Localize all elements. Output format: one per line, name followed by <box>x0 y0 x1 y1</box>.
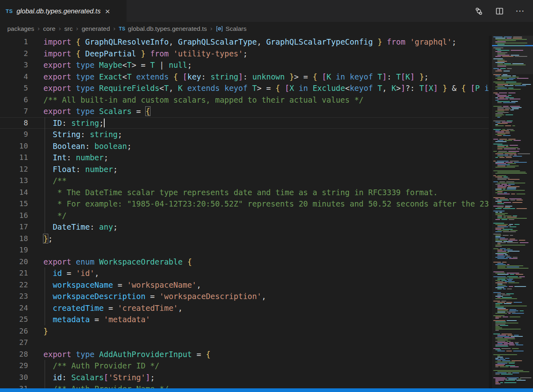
line-number[interactable]: 4 <box>0 71 28 83</box>
code-line[interactable]: 17 DateTime: any; <box>0 221 489 233</box>
code-line[interactable]: 22 workspaceName = 'workspaceName', <box>0 279 489 291</box>
code-line[interactable]: 28export type AddAuthProviderInput = { <box>0 349 489 360</box>
line-text: export type AddAuthProviderInput = { <box>43 349 211 360</box>
code-line[interactable]: 18}; <box>0 233 489 245</box>
line-number[interactable]: 16 <box>0 210 28 222</box>
line-number[interactable]: 19 <box>0 244 28 256</box>
line-number[interactable]: 10 <box>0 140 28 152</box>
open-changes-icon[interactable] <box>474 6 484 16</box>
line-number[interactable]: 7 <box>0 106 28 117</box>
code-line[interactable]: 26} <box>0 325 489 337</box>
line-text: metadata = 'metadata' <box>43 314 150 325</box>
line-text: export type RequireFields<T, K extends k… <box>43 82 489 94</box>
code-line[interactable]: 13 /** <box>0 175 489 187</box>
line-number[interactable]: 26 <box>0 325 28 337</box>
split-editor-icon[interactable] <box>494 6 504 16</box>
breadcrumb-item-core[interactable]: core <box>43 25 55 32</box>
code-line[interactable]: 15 * For example: "1985-04-12T23:20:50.5… <box>0 198 489 210</box>
line-number[interactable]: 29 <box>0 360 28 372</box>
code-line[interactable]: 27 <box>0 337 489 349</box>
code-line[interactable]: 6/** All built-in and custom scalars, ma… <box>0 94 489 106</box>
line-number[interactable]: 8 <box>0 117 28 129</box>
line-number[interactable]: 30 <box>0 372 28 383</box>
line-text: * The DateTime scalar type represents da… <box>43 187 438 198</box>
more-actions-icon[interactable]: ⋯ <box>515 6 525 16</box>
line-number[interactable]: 27 <box>0 337 28 349</box>
line-text: */ <box>43 210 67 222</box>
line-text: export type Maybe<T> = T | null; <box>43 59 192 71</box>
editor-tab[interactable]: TS global.db.types.generated.ts × <box>0 0 127 22</box>
line-number[interactable]: 18 <box>0 233 28 245</box>
line-number[interactable]: 23 <box>0 291 28 302</box>
code-line[interactable]: 25 metadata = 'metadata' <box>0 314 489 325</box>
code-line[interactable]: 29 /** Auth Provider ID */ <box>0 360 489 372</box>
close-tab-icon[interactable]: × <box>105 7 110 15</box>
line-number[interactable]: 1 <box>0 36 28 48</box>
line-number[interactable]: 20 <box>0 256 28 268</box>
line-number[interactable]: 14 <box>0 187 28 198</box>
breadcrumb-item-packages[interactable]: packages <box>7 25 34 32</box>
line-number[interactable]: 22 <box>0 279 28 291</box>
code-area[interactable]: 1import { GraphQLResolveInfo, GraphQLSca… <box>0 36 489 388</box>
breadcrumb-item-symbol[interactable]: Scalars <box>216 25 247 32</box>
line-number[interactable]: 24 <box>0 302 28 314</box>
code-line[interactable]: 19 <box>0 244 489 256</box>
line-number[interactable]: 12 <box>0 164 28 175</box>
code-line[interactable]: 11 Int: number; <box>0 152 489 164</box>
code-line[interactable]: 5export type RequireFields<T, K extends … <box>0 82 489 94</box>
status-bar[interactable] <box>0 388 533 392</box>
line-number[interactable]: 21 <box>0 267 28 279</box>
breadcrumb-item-file[interactable]: TSglobal.db.types.generated.ts <box>119 25 207 32</box>
type-symbol-icon <box>216 26 223 32</box>
tab-title: global.db.types.generated.ts <box>17 7 101 15</box>
line-number[interactable]: 6 <box>0 94 28 106</box>
minimap[interactable] <box>492 36 533 388</box>
code-line[interactable]: 12 Float: number; <box>0 164 489 175</box>
breadcrumb-symbol-label: Scalars <box>226 25 247 32</box>
line-number[interactable]: 17 <box>0 221 28 233</box>
line-number[interactable]: 11 <box>0 152 28 164</box>
line-number[interactable]: 13 <box>0 175 28 187</box>
code-line[interactable]: 20export enum WorkspaceOrderable { <box>0 256 489 268</box>
code-line[interactable]: 23 workspaceDescription = 'workspaceDesc… <box>0 291 489 302</box>
line-text: }; <box>43 233 53 245</box>
line-text: export type Scalars = { <box>43 106 150 117</box>
line-number[interactable]: 5 <box>0 82 28 94</box>
breadcrumb-item-src[interactable]: src <box>64 25 73 32</box>
code-line[interactable]: 24 createdTime = 'createdTime', <box>0 302 489 314</box>
code-line[interactable]: 8 ID: string; <box>0 117 489 129</box>
line-text: String: string; <box>43 129 123 140</box>
code-line[interactable]: 10 Boolean: boolean; <box>0 140 489 152</box>
code-line[interactable]: 7export type Scalars = { <box>0 106 489 117</box>
code-line[interactable]: 3export type Maybe<T> = T | null; <box>0 59 489 71</box>
line-text: Float: number; <box>43 164 118 175</box>
line-number[interactable]: 28 <box>0 349 28 360</box>
code-line[interactable]: 2import { DeepPartial } from 'utility-ty… <box>0 48 489 60</box>
typescript-file-icon: TS <box>6 8 13 14</box>
breadcrumb-separator: › <box>37 25 40 32</box>
line-number[interactable]: 2 <box>0 48 28 60</box>
code-line[interactable]: 21 id = 'id', <box>0 267 489 279</box>
line-number[interactable]: 15 <box>0 198 28 210</box>
code-line[interactable]: 1import { GraphQLResolveInfo, GraphQLSca… <box>0 36 489 48</box>
line-number[interactable]: 3 <box>0 59 28 71</box>
line-text: * For example: "1985-04-12T23:20:50.52Z"… <box>43 198 489 210</box>
code-line[interactable]: 31 /** Auth Provider Name */ <box>0 383 489 388</box>
line-text: DateTime: any; <box>43 221 118 233</box>
code-line[interactable]: 16 */ <box>0 210 489 222</box>
line-text: /** All built-in and custom scalars, map… <box>43 94 363 106</box>
line-text: Int: number; <box>43 152 108 164</box>
line-number[interactable]: 25 <box>0 314 28 325</box>
line-text: } <box>43 325 48 337</box>
editor-pane: 1import { GraphQLResolveInfo, GraphQLSca… <box>0 36 533 388</box>
code-line[interactable]: 30 id: Scalars['String']; <box>0 372 489 383</box>
line-number[interactable]: 9 <box>0 129 28 140</box>
line-number[interactable]: 31 <box>0 383 28 388</box>
line-text: workspaceDescription = 'workspaceDescrip… <box>43 291 266 302</box>
breadcrumb-item-generated[interactable]: generated <box>82 25 110 32</box>
line-text: Boolean: boolean; <box>43 140 131 152</box>
code-line[interactable]: 9 String: string; <box>0 129 489 140</box>
code-line[interactable]: 4export type Exact<T extends { [key: str… <box>0 71 489 83</box>
code-line[interactable]: 14 * The DateTime scalar type represents… <box>0 187 489 198</box>
line-text: import { GraphQLResolveInfo, GraphQLScal… <box>43 36 456 48</box>
